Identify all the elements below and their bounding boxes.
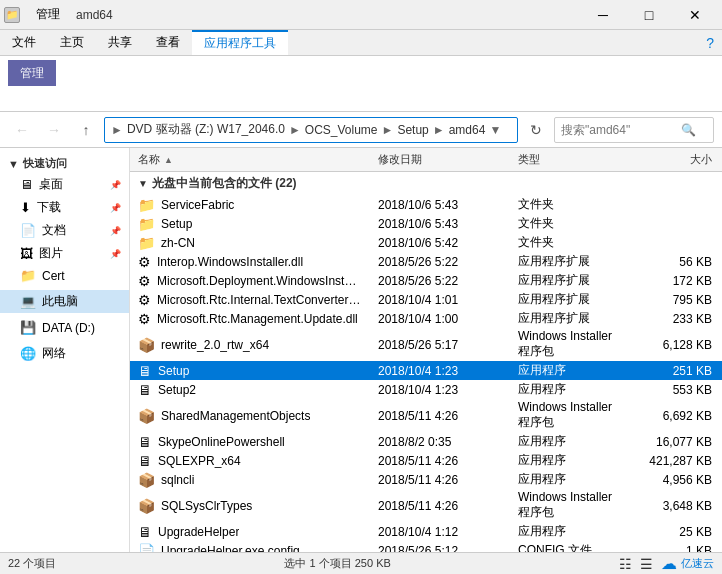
thispc-icon: 💻 [20, 294, 36, 309]
col-header-name[interactable]: 名称 ▲ [130, 152, 370, 167]
file-name: Interop.WindowsInstaller.dll [157, 255, 303, 269]
sidebar-item-data[interactable]: 💾 DATA (D:) [0, 317, 129, 338]
address-bar: ← → ↑ ► DVD 驱动器 (Z:) W17_2046.0 ► OCS_Vo… [0, 112, 722, 148]
path-arrow: ► [111, 123, 123, 137]
view-icons[interactable]: ☷ [619, 556, 632, 572]
quickaccess-chevron: ▼ [8, 158, 19, 170]
file-type: 文件夹 [510, 234, 630, 251]
table-row[interactable]: 📁 ServiceFabric 2018/10/6 5:43 文件夹 [130, 195, 722, 214]
table-row[interactable]: 🖥 SQLEXPR_x64 2018/5/11 4:26 应用程序 421,28… [130, 451, 722, 470]
close-button[interactable]: ✕ [672, 0, 718, 30]
sidebar-item-pictures[interactable]: 🖼 图片 📌 [0, 242, 129, 265]
file-type: CONFIG 文件 [510, 542, 630, 552]
address-path[interactable]: ► DVD 驱动器 (Z:) W17_2046.0 ► OCS_Volume ►… [104, 117, 518, 143]
file-date: 2018/10/6 5:43 [370, 198, 510, 212]
file-icon: 📦 [138, 498, 155, 514]
table-row[interactable]: 🖥 Setup2 2018/10/4 1:23 应用程序 553 KB [130, 380, 722, 399]
tab-view[interactable]: 查看 [144, 30, 192, 55]
table-row[interactable]: 📦 sqlncli 2018/5/11 4:26 应用程序 4,956 KB [130, 470, 722, 489]
ribbon-help[interactable]: ? [706, 30, 722, 55]
tab-file[interactable]: 文件 [0, 30, 48, 55]
refresh-button[interactable]: ↻ [522, 116, 550, 144]
path-sep-3: ► [433, 123, 445, 137]
sidebar-item-cert[interactable]: 📁 Cert [0, 265, 129, 286]
tab-share[interactable]: 共享 [96, 30, 144, 55]
pin-icon-4: 📌 [110, 249, 121, 259]
table-row[interactable]: ⚙ Microsoft.Rtc.Management.Update.dll 20… [130, 309, 722, 328]
sidebar-item-data-label: DATA (D:) [42, 321, 95, 335]
file-size: 233 KB [630, 312, 720, 326]
status-bar: 22 个项目 选中 1 个项目 250 KB ☷ ☰ ☁ 亿速云 [0, 552, 722, 574]
file-list-header: 名称 ▲ 修改日期 类型 大小 [130, 148, 722, 172]
path-ocs[interactable]: OCS_Volume [305, 123, 378, 137]
sidebar-item-downloads[interactable]: ⬇ 下载 📌 [0, 196, 129, 219]
sidebar-item-network[interactable]: 🌐 网络 [0, 342, 129, 365]
table-row[interactable]: 📦 SQLSysClrTypes 2018/5/11 4:26 Windows … [130, 489, 722, 522]
tab-manage[interactable]: 管理 [24, 0, 72, 30]
sidebar-item-documents[interactable]: 📄 文档 📌 [0, 219, 129, 242]
col-header-size[interactable]: 大小 [630, 152, 720, 167]
col-header-date[interactable]: 修改日期 [370, 152, 510, 167]
sidebar-item-desktop[interactable]: 🖥 桌面 📌 [0, 173, 129, 196]
ribbon-manage-tab[interactable]: 管理 [8, 60, 56, 86]
tab-apptools[interactable]: 应用程序工具 [192, 30, 288, 55]
back-button[interactable]: ← [8, 116, 36, 144]
file-size: 3,648 KB [630, 499, 720, 513]
network-icon: 🌐 [20, 346, 36, 361]
file-size: 1 KB [630, 544, 720, 553]
sidebar-quickaccess-header[interactable]: ▼ 快速访问 [0, 152, 129, 173]
forward-button[interactable]: → [40, 116, 68, 144]
file-type: 应用程序 [510, 381, 630, 398]
section-header: ▼ 光盘中当前包含的文件 (22) [130, 172, 722, 195]
search-box[interactable]: 🔍 [554, 117, 714, 143]
file-icon: 📦 [138, 408, 155, 424]
file-date: 2018/8/2 0:35 [370, 435, 510, 449]
pin-icon-2: 📌 [110, 203, 121, 213]
table-row[interactable]: 📦 SharedManagementObjects 2018/5/11 4:26… [130, 399, 722, 432]
file-name: sqlncli [161, 473, 194, 487]
quickaccess-label: 快速访问 [23, 156, 67, 171]
status-selected-info: 选中 1 个项目 250 KB [284, 556, 390, 571]
file-size: 421,287 KB [630, 454, 720, 468]
tab-home[interactable]: 主页 [48, 30, 96, 55]
up-button[interactable]: ↑ [72, 116, 100, 144]
table-row[interactable]: 🖥 SkypeOnlinePowershell 2018/8/2 0:35 应用… [130, 432, 722, 451]
file-type: 应用程序 [510, 471, 630, 488]
file-name: Setup [161, 217, 192, 231]
path-amd64[interactable]: amd64 [449, 123, 486, 137]
table-row[interactable]: 📦 rewrite_2.0_rtw_x64 2018/5/26 5:17 Win… [130, 328, 722, 361]
file-type: 应用程序扩展 [510, 272, 630, 289]
file-date: 2018/5/26 5:22 [370, 255, 510, 269]
logo-area: ☁ 亿速云 [661, 554, 714, 573]
table-row[interactable]: 🖥 UpgradeHelper 2018/10/4 1:12 应用程序 25 K… [130, 522, 722, 541]
file-icon: 📁 [138, 235, 155, 251]
table-row[interactable]: 🖥 Setup 2018/10/4 1:23 应用程序 251 KB [130, 361, 722, 380]
path-setup[interactable]: Setup [397, 123, 428, 137]
col-header-type[interactable]: 类型 [510, 152, 630, 167]
view-list[interactable]: ☰ [640, 556, 653, 572]
file-date: 2018/10/4 1:23 [370, 383, 510, 397]
documents-icon: 📄 [20, 223, 36, 238]
file-type: Windows Installer 程序包 [510, 400, 630, 431]
sidebar-item-network-label: 网络 [42, 345, 66, 362]
table-row[interactable]: ⚙ Microsoft.Rtc.Internal.TextConverters.… [130, 290, 722, 309]
table-row[interactable]: 📄 UpgradeHelper.exe.config 2018/5/26 5:1… [130, 541, 722, 552]
table-row[interactable]: ⚙ Microsoft.Deployment.WindowsInstaller.… [130, 271, 722, 290]
logo-text: 亿速云 [681, 556, 714, 571]
sidebar-item-downloads-label: 下载 [37, 199, 61, 216]
tab-area: 管理 [24, 0, 72, 30]
table-row[interactable]: 📁 zh-CN 2018/10/6 5:42 文件夹 [130, 233, 722, 252]
table-row[interactable]: 📁 Setup 2018/10/6 5:43 文件夹 [130, 214, 722, 233]
sidebar-item-thispc[interactable]: 💻 此电脑 [0, 290, 129, 313]
file-name: Setup [158, 364, 189, 378]
path-drive[interactable]: DVD 驱动器 (Z:) W17_2046.0 [127, 121, 285, 138]
section-expand-icon[interactable]: ▼ [138, 178, 148, 189]
section-header-label: 光盘中当前包含的文件 (22) [152, 175, 297, 192]
file-icon: 🖥 [138, 453, 152, 469]
table-row[interactable]: ⚙ Interop.WindowsInstaller.dll 2018/5/26… [130, 252, 722, 271]
data-drive-icon: 💾 [20, 320, 36, 335]
maximize-button[interactable]: □ [626, 0, 672, 30]
minimize-button[interactable]: ─ [580, 0, 626, 30]
file-name: UpgradeHelper.exe.config [161, 544, 300, 553]
search-input[interactable] [561, 123, 681, 137]
